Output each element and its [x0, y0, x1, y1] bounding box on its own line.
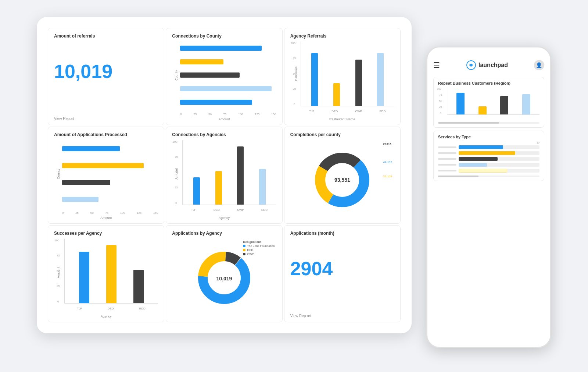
x-axis-label-ap: Amount — [54, 216, 158, 220]
view-report-month[interactable]: View Rep ort — [290, 314, 394, 318]
hbar-blue — [180, 46, 262, 51]
phone-hbar-row — [438, 151, 539, 155]
phone-card-services-type: Services by Type 10 — [433, 131, 544, 181]
donut-value-completions: 93,551 — [334, 177, 350, 183]
phone-section-title-repeat: Repeat Business Customers (Region) — [438, 81, 539, 85]
hbar-yellow — [180, 59, 223, 64]
vbar-area-ar: 0 25 50 75 100 — [301, 42, 394, 106]
card-applications-processed: Amount of Applications Processed County … — [48, 127, 164, 224]
scroll-thumb — [438, 122, 499, 124]
hamburger-icon[interactable]: ☰ — [433, 61, 440, 70]
hbar-row — [180, 46, 276, 51]
card-title-apps-processed: Amount of Applications Processed — [54, 132, 158, 137]
card-successes-agency: Successes per Agency Amount 0 25 50 75 1… — [48, 225, 164, 322]
phone-hbar-row — [438, 163, 539, 167]
svg-point-7 — [470, 64, 472, 66]
phone-vbar2 — [478, 106, 487, 114]
user-avatar[interactable]: 👤 — [534, 60, 544, 70]
card-title-connections-agencies: Connections by Agencies — [172, 132, 276, 137]
phone-hbar-row — [438, 169, 539, 173]
phone-section-title-services: Services by Type — [438, 135, 539, 139]
phone-hbar-fill-lightyellow — [459, 169, 507, 173]
donut-center-aa: 10,019 — [216, 276, 232, 281]
scroll-indicator — [438, 122, 539, 124]
hbar-row — [62, 146, 158, 151]
vbar-ca-tjf — [193, 177, 200, 205]
y-axis-label-cc: County — [175, 70, 179, 81]
card-connections-agencies: Connections by Agencies Amount 0 25 50 7… — [166, 127, 282, 224]
phone-vbar3 — [500, 96, 508, 114]
x-labels-sa: TJF DED EDD — [64, 307, 158, 310]
launchpad-logo-icon — [466, 60, 476, 70]
card-agency-referrals: Agency Referrals Deliveries 0 25 50 75 1… — [284, 28, 401, 125]
logo-area: launchpad — [466, 60, 508, 70]
phone-hbar-fill-yellow — [459, 151, 515, 155]
card-connections-county: Connections by County County 0 25 50 — [166, 28, 282, 125]
phone-vbar4 — [522, 94, 530, 114]
phone-notch — [467, 47, 511, 56]
phone-card-repeat-customers: Repeat Business Customers (Region) 0 25 … — [433, 77, 544, 128]
vbar-cwp — [355, 60, 362, 106]
hbar-ap2 — [62, 163, 144, 168]
x-axis-label-cc: Amount — [172, 117, 276, 121]
card-applications-month: Applications (month) 2904 View Rep ort — [284, 225, 401, 322]
card-title-agency-referrals: Agency Referrals — [290, 33, 394, 39]
card-title-completions: Completions per county — [290, 132, 394, 137]
phone-header: ☰ launchpad 👤 — [433, 56, 544, 74]
hbar-row — [180, 86, 276, 91]
phone-hbar-track — [459, 151, 539, 155]
x-labels-ar: TJF DED CWP EDD — [301, 110, 394, 113]
vbar-sa-ded — [106, 245, 116, 303]
vbar-ded — [333, 83, 340, 106]
hbar-rows-cc — [180, 42, 276, 109]
y-label-sa: Amount — [57, 266, 60, 278]
hbar-ap1 — [62, 146, 120, 151]
hbar-row — [180, 59, 276, 64]
view-report-link[interactable]: View Report — [54, 117, 158, 121]
y-label-ca: Amount — [175, 168, 178, 179]
hbar-row — [180, 72, 276, 78]
hbar-row — [62, 180, 158, 185]
hbar-blue2 — [180, 100, 252, 105]
phone-vbar-area: 0 25 50 75 100 — [447, 88, 539, 115]
vbar-tjf — [311, 53, 318, 106]
scroll-thumb2 — [438, 176, 478, 177]
hbar-ap3 — [62, 180, 110, 185]
phone-content: ☰ launchpad 👤 Repeat Business Customers … — [427, 56, 550, 347]
x-axis-label-sa: Agency — [54, 315, 158, 318]
donut-aa-wrapper: 10,019 6509 2506 1003 — [195, 248, 254, 309]
legend-dot-tjf — [243, 245, 245, 247]
phone-hbar-row — [438, 145, 539, 149]
phone-hbar-track — [459, 145, 539, 149]
hbar-lightblue — [180, 86, 271, 91]
legend-row-tjf: The Jobs Foundation — [243, 244, 275, 248]
phone-hbar-track — [459, 157, 539, 161]
phone-hbar-track — [459, 169, 539, 173]
donut-completions: 93,551 26315 44,132 23,109 — [290, 140, 394, 220]
x-axis-label-ca: Agency — [172, 216, 276, 220]
x-labels-ca: TJF DED CWP EDD — [182, 208, 276, 212]
phone-hbar-fill-lightblue — [459, 163, 487, 167]
card-title-successes: Successes per Agency — [54, 231, 158, 236]
card-completions-county: Completions per county 93,551 2631 — [284, 127, 401, 224]
hbar-row — [62, 163, 158, 168]
card-title-apps-agency: Applications by Agency — [172, 231, 276, 236]
card-title-connections-county: Connections by County — [172, 33, 276, 39]
vbar-area-sa: 0 25 50 75 100 — [64, 239, 158, 304]
phone-hbar-services — [438, 145, 539, 173]
vbar-sa-tjf — [79, 252, 89, 303]
tablet: Amount of referrals 10,019 View Report C… — [37, 17, 412, 333]
card-title-apps-month: Applications (month) — [290, 231, 394, 236]
apps-month-value: 2904 — [290, 254, 394, 283]
donut-labels: 26315 44,132 23,109 — [383, 142, 392, 178]
dashboard-grid: Amount of referrals 10,019 View Report C… — [48, 28, 401, 322]
phone-hbar-fill-blue — [459, 145, 503, 149]
hbar-row — [62, 197, 158, 202]
phone-vbar1 — [456, 93, 465, 114]
hbar-dark — [180, 72, 240, 78]
hbars-ap — [62, 140, 158, 208]
vbar-ca-cwp — [237, 146, 244, 205]
x-ticks-ap: 0 25 50 75 100 125 150 — [62, 211, 158, 215]
hbar-row — [180, 100, 276, 105]
y-label-ar: Deliveries — [294, 66, 298, 81]
